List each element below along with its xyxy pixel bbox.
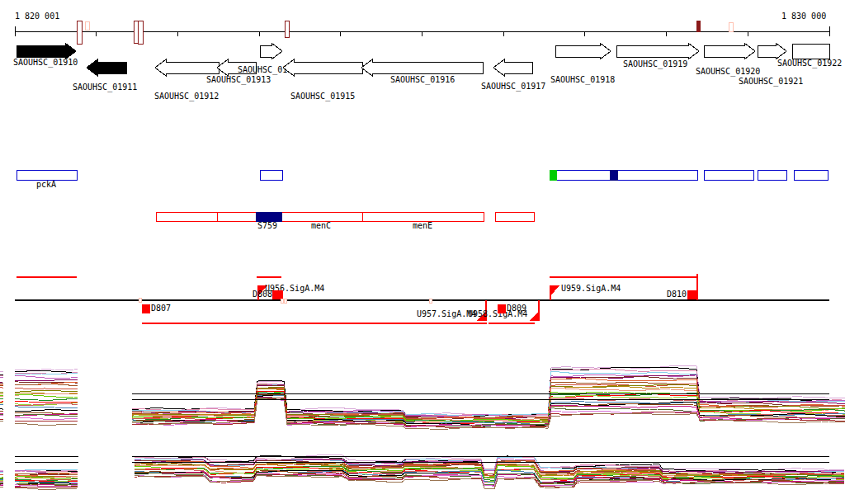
gene-label: SAOUHSC_01915 [290,92,355,101]
expression-profile-line [15,407,78,408]
tss-minor-tick [429,299,432,303]
ruler-variant-mark [134,21,138,43]
feature-segment-green [550,170,556,180]
genome-browser-canvas: SAOUHSC_01910SAOUHSC_01911SAOUHSC_01912S… [0,0,845,504]
gene-label: SAOUHSC_01912 [154,92,219,101]
ruler-start-label: 1 820 001 [15,12,59,21]
tss-downshift-flag[interactable] [529,311,539,321]
gene-label: SAOUHSC_01919 [623,59,687,69]
expression-profile-line [15,487,78,488]
expression-profile-line [15,384,78,386]
gene-arrow[interactable] [87,59,126,76]
ruler-variant-mark [696,21,700,31]
feature-label: pckA [36,180,56,189]
feature-box-blue[interactable] [260,170,282,180]
genome-browser-view: SAOUHSC_01910SAOUHSC_01911SAOUHSC_01912S… [0,0,845,504]
expression-profile-line [15,388,78,389]
ruler-variant-mark [138,21,143,44]
gene-arrow[interactable] [493,59,532,76]
gene-label: SAOUHSC_01913 [206,75,271,85]
gene-label: SAOUHSC_01921 [739,77,803,87]
expression-profile-line [15,410,78,412]
expression-profile-line [132,369,845,417]
expression-profile-line [15,374,78,374]
operon-label: S759 [257,221,277,230]
ruler-variant-mark [77,21,82,44]
gene-arrow[interactable] [260,43,282,59]
tss-marker-square[interactable] [142,304,150,313]
tss-minor-tick [281,299,283,303]
tss-marker-label: D810 [667,290,687,299]
operon-box-red[interactable] [156,212,484,221]
expression-profile-line [132,388,845,421]
expression-profile-line [132,365,845,416]
gene-label: SAOUHSC_01918 [550,75,615,85]
expression-profile-line [15,379,78,381]
gene-label: SAOUHSC_01917 [481,82,545,92]
expression-profile-line [15,417,78,419]
expression-profile-line [132,375,845,419]
feature-box-blue[interactable] [704,170,753,180]
expression-profile-line [15,402,78,403]
tss-marker-label: D809 [507,304,526,313]
gene-arrow[interactable] [616,43,699,59]
gene-label: SAOUHSC_01916 [390,75,455,85]
expression-profile-line [15,395,78,398]
gene-arrow[interactable] [17,43,76,59]
expression-profile-line [15,390,78,392]
expression-profile-line [15,375,78,378]
gene-arrow[interactable] [704,43,755,59]
gene-arrow[interactable] [283,59,362,76]
expression-profile-line [132,367,845,417]
gene-arrow[interactable] [758,43,786,59]
tss-marker-square[interactable] [498,304,506,313]
ruler-variant-mark [85,21,89,30]
gene-label: SAOUHSC_01910 [13,58,78,68]
feature-box-blue[interactable] [758,170,786,180]
expression-profile-line [15,488,78,489]
operon-label: menE [413,221,432,230]
tss-minor-tick [139,298,141,302]
tss-marker-label: U959.SigA.M4 [561,284,621,293]
gene-arrow[interactable] [361,59,483,76]
feature-box-blue[interactable] [17,170,77,180]
operon-segment-navy [256,212,281,221]
expression-profile-line [15,423,78,425]
feature-segment-navy [610,170,617,180]
tss-marker-square[interactable] [272,290,283,299]
gene-label: SAOUHSC_01922 [777,59,842,68]
tss-marker-label: D808 [253,290,272,299]
expression-profile-line [15,399,78,401]
ruler-variant-mark [729,22,733,31]
gene-arrow[interactable] [555,43,611,59]
gene-arrow[interactable] [155,59,219,76]
tss-marker-square[interactable] [687,290,697,299]
expression-profile-line [15,371,78,373]
gene-arrow[interactable] [792,44,829,59]
feature-box-blue[interactable] [794,170,828,180]
feature-box-blue[interactable] [550,170,697,180]
ruler-end-label: 1 830 000 [781,12,826,21]
tss-minor-tick [284,299,286,303]
tss-marker-label: D807 [151,304,171,313]
operon-box-red[interactable] [495,212,534,221]
operon-label: menC [311,221,331,230]
expression-profile-line [15,421,78,422]
gene-label: SAOUHSC_01920 [696,67,760,77]
ruler-variant-mark [285,21,289,37]
gene-label: SAOUHSC_01911 [73,82,137,92]
expression-profile-line [15,370,78,370]
tss-upshift-flag[interactable] [550,285,559,296]
